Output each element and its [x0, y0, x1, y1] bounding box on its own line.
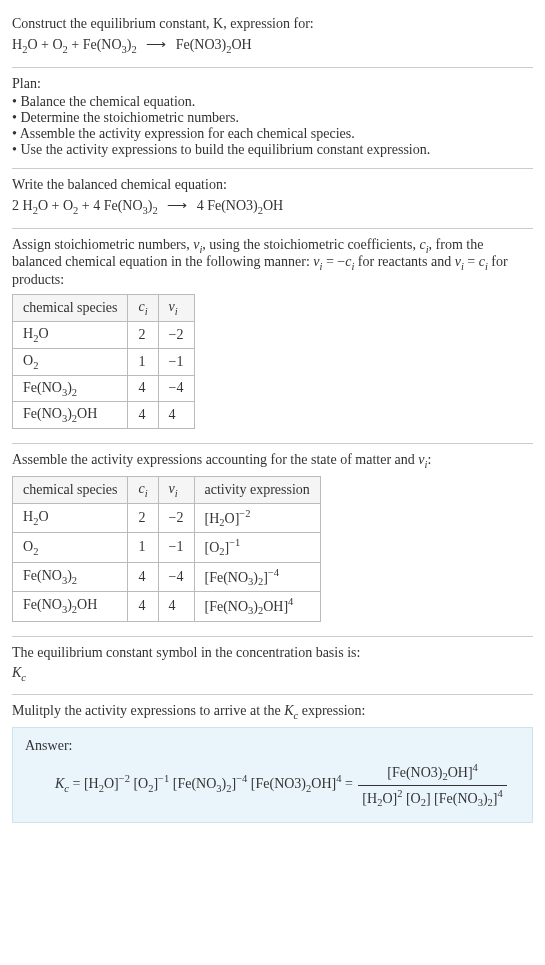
table-row: Fe(NO3)2OH 4 4 [Fe(NO3)2OH]4 — [13, 592, 321, 621]
cell-c: 2 — [128, 503, 158, 532]
table-row: H2O 2 −2 [H2O]−2 — [13, 503, 321, 532]
intro-equation: H2O + O2 + Fe(NO3)2 ⟶ Fe(NO3)2OH — [12, 36, 533, 55]
cell-species: H2O — [13, 503, 128, 532]
plan-section: Plan: Balance the chemical equation. Det… — [12, 68, 533, 169]
balanced-heading: Write the balanced chemical equation: — [12, 177, 533, 193]
plan-heading: Plan: — [12, 76, 533, 92]
cell-nu: −1 — [158, 533, 194, 562]
col-activity: activity expression — [194, 476, 320, 503]
cell-activity: [Fe(NO3)2OH]4 — [194, 592, 320, 621]
cell-species: Fe(NO3)2OH — [13, 402, 128, 429]
symbol-value: Kc — [12, 665, 533, 683]
cell-c: 4 — [128, 592, 158, 621]
plan-item: Use the activity expressions to build th… — [12, 142, 533, 158]
cell-nu: −4 — [158, 375, 194, 402]
cell-c: 4 — [128, 402, 158, 429]
plan-list: Balance the chemical equation. Determine… — [12, 94, 533, 158]
cell-species: Fe(NO3)2 — [13, 375, 128, 402]
stoich-section: Assign stoichiometric numbers, νi, using… — [12, 229, 533, 445]
cell-species: O2 — [13, 348, 128, 375]
cell-c: 2 — [128, 321, 158, 348]
col-nui: νi — [158, 476, 194, 503]
symbol-heading: The equilibrium constant symbol in the c… — [12, 645, 533, 661]
cell-nu: 4 — [158, 402, 194, 429]
cell-nu: 4 — [158, 592, 194, 621]
answer-lhs: Kc = [H2O]−2 [O2]−1 [Fe(NO3)2]−4 [Fe(NO3… — [55, 776, 356, 791]
activity-heading: Assemble the activity expressions accoun… — [12, 452, 533, 470]
intro-section: Construct the equilibrium constant, K, e… — [12, 8, 533, 68]
col-species: chemical species — [13, 476, 128, 503]
cell-c: 1 — [128, 348, 158, 375]
answer-equation: Kc = [H2O]−2 [O2]−1 [Fe(NO3)2]−4 [Fe(NO3… — [25, 762, 520, 808]
cell-activity: [Fe(NO3)2]−4 — [194, 562, 320, 591]
cell-c: 4 — [128, 562, 158, 591]
cell-species: Fe(NO3)2OH — [13, 592, 128, 621]
cell-species: O2 — [13, 533, 128, 562]
table-row: Fe(NO3)2 4 −4 — [13, 375, 195, 402]
col-ci: ci — [128, 295, 158, 322]
col-nui: νi — [158, 295, 194, 322]
table-header-row: chemical species ci νi activity expressi… — [13, 476, 321, 503]
cell-nu: −2 — [158, 503, 194, 532]
col-ci: ci — [128, 476, 158, 503]
symbol-section: The equilibrium constant symbol in the c… — [12, 637, 533, 696]
stoich-table: chemical species ci νi H2O 2 −2 O2 1 −1 … — [12, 294, 195, 429]
fraction-denominator: [H2O]2 [O2] [Fe(NO3)2]4 — [358, 786, 506, 808]
col-species: chemical species — [13, 295, 128, 322]
cell-c: 1 — [128, 533, 158, 562]
plan-item: Balance the chemical equation. — [12, 94, 533, 110]
answer-fraction: [Fe(NO3)2OH]4 [H2O]2 [O2] [Fe(NO3)2]4 — [358, 762, 506, 808]
activity-section: Assemble the activity expressions accoun… — [12, 444, 533, 636]
cell-nu: −2 — [158, 321, 194, 348]
cell-c: 4 — [128, 375, 158, 402]
table-header-row: chemical species ci νi — [13, 295, 195, 322]
stoich-heading: Assign stoichiometric numbers, νi, using… — [12, 237, 533, 289]
plan-item: Determine the stoichiometric numbers. — [12, 110, 533, 126]
table-row: Fe(NO3)2OH 4 4 — [13, 402, 195, 429]
multiply-heading: Mulitply the activity expressions to arr… — [12, 703, 533, 721]
cell-nu: −4 — [158, 562, 194, 591]
plan-item: Assemble the activity expression for eac… — [12, 126, 533, 142]
activity-table: chemical species ci νi activity expressi… — [12, 476, 321, 622]
balanced-equation: 2 H2O + O2 + 4 Fe(NO3)2 ⟶ 4 Fe(NO3)2OH — [12, 197, 533, 216]
cell-species: Fe(NO3)2 — [13, 562, 128, 591]
fraction-numerator: [Fe(NO3)2OH]4 — [358, 762, 506, 785]
answer-box: Answer: Kc = [H2O]−2 [O2]−1 [Fe(NO3)2]−4… — [12, 727, 533, 823]
table-row: H2O 2 −2 — [13, 321, 195, 348]
balanced-section: Write the balanced chemical equation: 2 … — [12, 169, 533, 229]
intro-line1: Construct the equilibrium constant, K, e… — [12, 16, 533, 32]
cell-species: H2O — [13, 321, 128, 348]
answer-label: Answer: — [25, 738, 520, 754]
table-row: O2 1 −1 — [13, 348, 195, 375]
cell-activity: [O2]−1 — [194, 533, 320, 562]
cell-activity: [H2O]−2 — [194, 503, 320, 532]
table-row: O2 1 −1 [O2]−1 — [13, 533, 321, 562]
multiply-section: Mulitply the activity expressions to arr… — [12, 695, 533, 831]
cell-nu: −1 — [158, 348, 194, 375]
table-row: Fe(NO3)2 4 −4 [Fe(NO3)2]−4 — [13, 562, 321, 591]
